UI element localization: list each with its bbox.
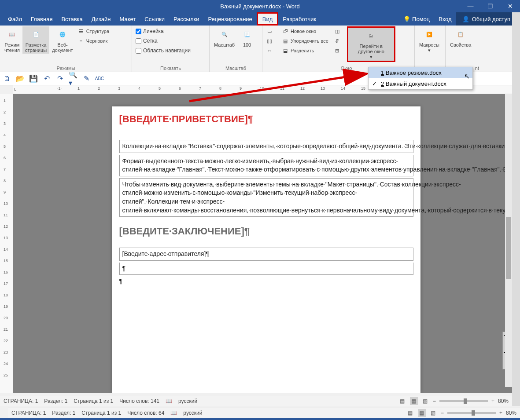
web-layout-button[interactable]: 🌐 Веб- документ (49, 26, 76, 54)
heading-greeting[interactable]: [ВВЕДИТЕ·ПРИВЕТСТВИЕ]¶ (119, 113, 413, 125)
navpane-checkbox[interactable]: Область навигации (134, 46, 192, 55)
status-page[interactable]: СТРАНИЦА: 1 (4, 398, 38, 404)
multipage-icon: ▯▯ (266, 37, 273, 44)
print-view-icon[interactable]: ▦ (410, 397, 418, 405)
spelling-icon[interactable]: ✎ (82, 74, 91, 83)
one-page-button[interactable]: ▭ (264, 26, 277, 36)
web-view2-icon[interactable]: ▧ (429, 409, 437, 417)
proofing-icon[interactable]: 📖 (166, 398, 172, 404)
macros-button[interactable]: ▶️ Макросы ▾ (417, 26, 442, 54)
save-icon[interactable]: 💾 (29, 74, 38, 83)
reset-position-button[interactable]: ⊞ (332, 46, 344, 55)
zoom-in-button[interactable]: + (491, 398, 494, 404)
new-window-button[interactable]: 🗗Новое окно (280, 26, 330, 36)
arrange-all-button[interactable]: ▤Упорядочить все (280, 36, 330, 46)
read-mode-button[interactable]: 📖 Режим чтения (2, 26, 22, 54)
read-view2-icon[interactable]: ▤ (406, 409, 414, 417)
syncscroll-icon: ⇵ (334, 37, 341, 44)
web-view-icon[interactable]: ▧ (421, 397, 429, 405)
redo-icon[interactable]: ↷ (55, 74, 64, 83)
status-lang[interactable]: русский (178, 398, 197, 404)
status-pageof[interactable]: Страница 1 из 1 (74, 398, 113, 404)
status2-page[interactable]: СТРАНИЦА: 1 (11, 410, 46, 416)
window-title: Важный документ.docx - Word (220, 3, 299, 10)
zoom-slider-2[interactable] (447, 412, 496, 414)
resetpos-icon: ⊞ (334, 47, 341, 54)
zoom-button[interactable]: 🔍 Масштаб (211, 26, 237, 48)
status-section[interactable]: Раздел: 1 (44, 398, 67, 404)
zoom-value[interactable]: 80% (498, 398, 509, 404)
properties-button[interactable]: 📋 Свойства (447, 26, 474, 48)
grid-checkbox[interactable]: Сетка (134, 36, 159, 46)
show-group-label: Показать (134, 66, 207, 72)
hundred-percent-button[interactable]: 📃 100 (237, 26, 257, 48)
page: [ВВЕДИТЕ·ПРИВЕТСТВИЕ]¶ Коллекции·на·вкла… (112, 106, 420, 393)
menu-review[interactable]: Рецензирование (203, 12, 256, 26)
undo-icon[interactable]: ↶ (42, 74, 51, 83)
status2-words[interactable]: Число слов: 64 (127, 410, 164, 416)
properties-icon: 📋 (454, 27, 468, 41)
status-bar-secondary: СТРАНИЦА: 1 Раздел: 1 Страница 1 из 1 Чи… (8, 408, 520, 418)
draft-button[interactable]: ≡Черновик (76, 36, 111, 46)
new-file-icon[interactable]: 🗎 (3, 74, 11, 83)
split-button[interactable]: ⬓Разделить (280, 46, 330, 55)
zoom-in2-button[interactable]: + (499, 410, 502, 416)
menu-layout[interactable]: Макет (115, 12, 140, 26)
structure-button[interactable]: ☰Структура (76, 26, 111, 36)
status2-section[interactable]: Раздел: 1 (52, 410, 75, 416)
menu-mailings[interactable]: Рассылки (169, 12, 203, 26)
multi-page-button[interactable]: ▯▯ (264, 36, 277, 46)
heading-conclusion[interactable]: [ВВЕДИТЕ·ЗАКЛЮЧЕНИЕ]¶ (119, 226, 413, 237)
paragraph-sender[interactable]: [Введите·адрес·отправителя]¶ (119, 248, 413, 261)
vertical-scrollbar[interactable] (505, 94, 512, 387)
maximize-button[interactable]: ☐ (480, 0, 500, 12)
status-words[interactable]: Число слов: 141 (119, 398, 159, 404)
page-layout-button[interactable]: 📄 Разметка страницы (22, 26, 49, 54)
paragraph-2[interactable]: Формат·выделенного·текста·можно·легко·из… (119, 155, 413, 176)
side-by-side-button[interactable]: ◫ (332, 26, 344, 36)
share-button[interactable]: 👤 Общий доступ (456, 12, 516, 26)
check-icon: ✓ (372, 80, 377, 87)
switch-windows-dropdown: 1 Важное резюме.docx ✓ 2 Важный документ… (368, 67, 473, 90)
zoom-out2-button[interactable]: − (441, 410, 444, 416)
onepage-icon: ▭ (266, 28, 273, 35)
paragraph-empty-1[interactable]: ¶ (119, 263, 413, 275)
status2-pageof[interactable]: Страница 1 из 1 (81, 410, 121, 416)
read-view-icon[interactable]: ▤ (398, 397, 406, 405)
switch-windows-button[interactable]: 🗂 Перейти в другое окно ▾ (347, 26, 395, 62)
dropdown-item-resume[interactable]: 1 Важное резюме.docx (369, 67, 472, 78)
minimize-button[interactable]: — (461, 0, 480, 12)
print-preview-icon[interactable]: 🔍▾ (69, 74, 77, 83)
right-edge (512, 12, 520, 406)
page-width-button[interactable]: ↔ (264, 46, 277, 55)
menu-login[interactable]: Вход (434, 12, 456, 26)
menu-design[interactable]: Дизайн (87, 12, 115, 26)
open-file-icon[interactable]: 📂 (16, 74, 25, 83)
ruler-checkbox[interactable]: Линейка (134, 26, 166, 36)
menu-view[interactable]: Вид (257, 12, 279, 26)
zoom-slider[interactable] (439, 400, 488, 402)
status2-lang[interactable]: русский (183, 410, 202, 416)
menu-insert[interactable]: Вставка (57, 12, 87, 26)
menu-file[interactable]: Файл (4, 12, 26, 26)
menu-developer[interactable]: Разработчик (278, 12, 321, 26)
paragraph-empty-2[interactable]: ¶ (119, 278, 413, 285)
abc-icon[interactable]: ABC (95, 74, 104, 83)
zoom-group-label: Масштаб (211, 66, 260, 72)
page-icon: 📄 (29, 27, 43, 41)
zoom-value-2[interactable]: 80% (506, 410, 516, 416)
sync-scroll-button[interactable]: ⇵ (332, 36, 344, 46)
menu-help[interactable]: 💡 Помоц (399, 12, 434, 26)
scrollbar-thumb[interactable] (506, 217, 511, 279)
menu-home[interactable]: Главная (26, 12, 57, 26)
print-view2-icon[interactable]: ▦ (418, 409, 426, 417)
close-button[interactable]: ✕ (500, 0, 520, 12)
draft-icon: ≡ (77, 37, 85, 44)
dropdown-item-document[interactable]: ✓ 2 Важный документ.docx (369, 78, 472, 89)
proofing2-icon[interactable]: 📖 (170, 410, 177, 416)
paragraph-1[interactable]: Коллекции·на·вкладке·"Вставка"·содержат·… (119, 140, 413, 153)
macros-icon: ▶️ (422, 27, 436, 41)
menu-references[interactable]: Ссылки (140, 12, 169, 26)
zoom-out-button[interactable]: − (433, 398, 436, 404)
paragraph-3[interactable]: Чтобы·изменить·вид·документа,·выберите·э… (119, 178, 413, 217)
